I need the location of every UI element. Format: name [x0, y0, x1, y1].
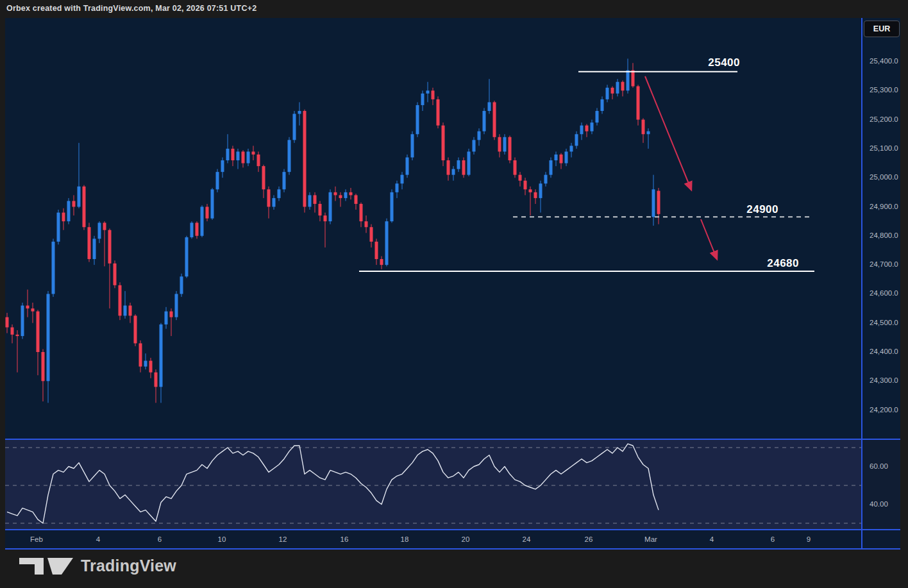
- tradingview-watermark[interactable]: TradingView: [19, 557, 176, 575]
- candle: [509, 137, 512, 160]
- candle: [155, 373, 158, 387]
- candle: [175, 294, 178, 317]
- support-low-price-label[interactable]: 24680: [759, 257, 799, 270]
- candle: [360, 204, 363, 221]
- candle: [314, 195, 317, 204]
- candle: [396, 183, 399, 192]
- candle: [375, 242, 378, 259]
- candle: [334, 192, 337, 196]
- support-mid-price-label[interactable]: 24900: [739, 203, 778, 216]
- candle: [278, 189, 281, 198]
- candle: [534, 192, 537, 198]
- time-tick-label: 18: [391, 535, 419, 543]
- candle: [114, 264, 117, 285]
- price-tick-label: 24,200.0: [870, 406, 898, 414]
- candle: [606, 88, 609, 99]
- candles-layer: [6, 58, 660, 403]
- price-tick-label: 24,300.0: [870, 376, 898, 384]
- candle: [226, 149, 230, 160]
- candle: [252, 151, 255, 155]
- candle: [144, 361, 147, 367]
- candle: [452, 169, 455, 175]
- candle: [190, 223, 194, 237]
- candle: [642, 120, 645, 135]
- chart-root: Orbex created with TradingView.com, Mar …: [0, 0, 908, 588]
- candle: [119, 285, 122, 316]
- candle: [216, 172, 219, 189]
- candle: [349, 192, 353, 196]
- candle: [308, 195, 312, 206]
- candle: [149, 361, 153, 373]
- candle: [652, 189, 655, 217]
- candle: [242, 151, 245, 163]
- candle: [298, 111, 301, 114]
- candle: [303, 111, 307, 206]
- candle: [134, 315, 137, 343]
- candle: [221, 160, 224, 172]
- candle: [621, 82, 625, 91]
- trend-arrow[interactable]: [645, 76, 691, 190]
- candle: [93, 239, 96, 259]
- candle: [267, 189, 271, 206]
- candle: [31, 308, 35, 312]
- chart-title: Orbex created with TradingView.com, Mar …: [6, 4, 256, 13]
- time-tick-label: 24: [512, 535, 541, 543]
- rsi-bands-layer: [5, 448, 861, 523]
- rsi-line-layer: [7, 444, 659, 523]
- candle: [560, 155, 563, 164]
- candle: [555, 155, 558, 160]
- candle: [355, 195, 358, 204]
- candle: [6, 317, 9, 328]
- candle: [365, 221, 368, 227]
- candle: [401, 175, 404, 184]
- candle: [524, 181, 527, 190]
- candle: [529, 189, 532, 192]
- symbol-badge[interactable]: EUR: [864, 21, 900, 37]
- candle: [385, 221, 389, 265]
- candle: [596, 111, 599, 122]
- candle: [165, 312, 168, 324]
- candle: [550, 160, 553, 175]
- candle: [447, 160, 450, 175]
- candle: [11, 327, 14, 334]
- candle: [462, 160, 466, 175]
- arrows-layer[interactable]: [645, 76, 717, 259]
- candle: [211, 189, 214, 218]
- candle: [129, 306, 132, 316]
- candle: [98, 223, 101, 239]
- resistance-price-label[interactable]: 25400: [700, 56, 740, 69]
- candle: [457, 160, 460, 169]
- trend-arrow[interactable]: [701, 219, 717, 259]
- candle: [647, 131, 650, 135]
- candle: [103, 223, 106, 230]
- candle: [585, 126, 589, 131]
- candle: [139, 343, 142, 366]
- time-tick-label: 10: [208, 535, 236, 543]
- candle: [170, 312, 173, 317]
- candle: [426, 90, 430, 94]
- candle: [108, 230, 112, 264]
- candle: [488, 102, 491, 111]
- candle: [570, 146, 573, 151]
- candle: [380, 259, 383, 265]
- time-tick-label: 4: [84, 535, 112, 543]
- price-tick-label: 25,200.0: [870, 115, 898, 123]
- candle: [514, 160, 517, 175]
- candle: [319, 204, 322, 215]
- chart-svg[interactable]: [0, 0, 908, 588]
- candle: [329, 192, 332, 221]
- price-tick-label: 24,400.0: [870, 348, 898, 355]
- candle: [442, 126, 445, 160]
- price-tick-label: 24,800.0: [870, 231, 898, 239]
- candle: [611, 88, 614, 94]
- candle: [160, 324, 163, 387]
- candle: [493, 102, 496, 137]
- time-tick-label: Feb: [22, 535, 51, 543]
- candle: [370, 227, 373, 242]
- candle: [124, 306, 127, 316]
- candle: [273, 198, 276, 207]
- candle: [637, 87, 640, 120]
- candle: [406, 157, 409, 174]
- price-tick-label: 24,900.0: [870, 203, 898, 210]
- candle: [657, 191, 660, 214]
